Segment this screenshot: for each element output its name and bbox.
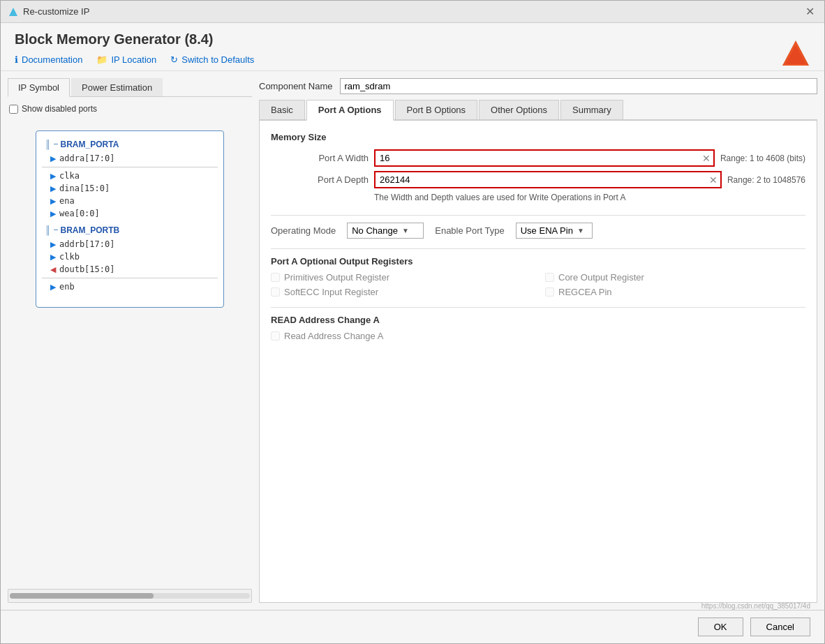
port-name: clka <box>59 171 80 181</box>
close-button[interactable]: ✕ <box>803 5 817 18</box>
primitives-output-register-item: Primitives Output Register <box>271 272 531 283</box>
read-address-change-item: Read Address Change A <box>271 331 805 341</box>
memory-size-title: Memory Size <box>271 132 805 142</box>
read-address-title: READ Address Change A <box>271 315 805 325</box>
port-a-width-input[interactable] <box>376 151 699 165</box>
port-separator <box>42 167 218 167</box>
collapse-icon-portb: ║ <box>45 225 51 235</box>
primitives-output-register-checkbox[interactable] <box>271 273 280 282</box>
tab-power-estimation[interactable]: Power Estimation <box>71 78 163 96</box>
cancel-button[interactable]: Cancel <box>750 617 810 636</box>
switch-defaults-link[interactable]: ↻ Switch to Defaults <box>170 54 254 65</box>
show-disabled-label[interactable]: Show disabled ports <box>22 104 97 114</box>
list-item: ▶ addrb[17:0] <box>42 238 218 250</box>
arrow-icon: ▶ <box>50 253 56 262</box>
toolbar: ℹ Documentation 📁 IP Location ↻ Switch t… <box>15 54 810 65</box>
symbol-area: ║ BRAM_PORTA ▶ addra[17:0] ▶ clka <box>8 117 252 586</box>
port-name: enb <box>59 282 75 292</box>
regcea-pin-checkbox[interactable] <box>545 287 554 297</box>
vivado-icon <box>8 6 19 17</box>
tab-basic[interactable]: Basic <box>259 100 305 119</box>
ip-location-label: IP Location <box>111 54 156 65</box>
port-a-depth-input[interactable] <box>376 172 706 187</box>
port-a-width-clear-button[interactable]: ✕ <box>699 153 713 164</box>
main-title: Block Memory Generator (8.4) <box>15 31 810 47</box>
arrow-left-icon: ◀ <box>50 265 56 274</box>
list-item: ▶ clkb <box>42 250 218 263</box>
divider-1 <box>271 215 805 216</box>
tab-content: Memory Size Port A Width ✕ Range: 1 to 4… <box>259 121 817 603</box>
core-output-register-item: Core Output Register <box>545 272 805 283</box>
arrow-icon: ▶ <box>50 184 56 193</box>
tab-other-options[interactable]: Other Options <box>479 100 559 119</box>
horizontal-scrollbar[interactable] <box>8 589 252 603</box>
output-registers-title: Port A Optional Output Registers <box>271 256 805 267</box>
tab-port-a-options[interactable]: Port A Options <box>306 100 394 121</box>
ip-location-link[interactable]: 📁 IP Location <box>96 54 156 65</box>
tab-ip-symbol[interactable]: IP Symbol <box>8 78 70 97</box>
divider-3 <box>271 307 805 308</box>
show-disabled-checkbox[interactable] <box>9 105 18 114</box>
port-a-depth-label: Port A Depth <box>271 174 369 185</box>
port-name: doutb[15:0] <box>59 264 114 274</box>
list-item: ▶ clka <box>42 170 218 182</box>
clear-icon: ✕ <box>709 174 718 186</box>
port-a-depth-range: Range: 2 to 1048576 <box>727 175 805 185</box>
primitives-output-register-label: Primitives Output Register <box>284 272 389 283</box>
port-name: clkb <box>59 252 80 262</box>
core-output-register-checkbox[interactable] <box>545 273 554 282</box>
svg-marker-0 <box>9 8 17 16</box>
enable-port-type-value: Use ENA Pin <box>521 225 573 236</box>
softecc-input-register-label: SoftECC Input Register <box>284 287 378 297</box>
read-address-change-checkbox[interactable] <box>271 331 280 340</box>
documentation-link[interactable]: ℹ Documentation <box>15 54 82 65</box>
dialog: Re-customize IP ✕ Block Memory Generator… <box>0 0 825 644</box>
collapse-icon-porta: ║ <box>45 140 51 149</box>
close-icon: ✕ <box>805 6 815 17</box>
port-a-depth-field: ✕ <box>374 171 722 188</box>
left-tabs: IP Symbol Power Estimation <box>8 78 252 97</box>
bram-portb-label: BRAM_PORTB <box>61 225 120 235</box>
show-disabled-row: Show disabled ports <box>8 101 252 117</box>
list-item: ▶ dina[15:0] <box>42 182 218 195</box>
bram-porta-label: BRAM_PORTA <box>61 140 119 149</box>
component-name-input[interactable] <box>340 78 818 94</box>
documentation-label: Documentation <box>22 54 82 65</box>
footer: OK Cancel <box>1 610 824 643</box>
softecc-input-register-checkbox[interactable] <box>271 287 280 297</box>
content-area: IP Symbol Power Estimation Show disabled… <box>1 71 824 610</box>
operating-mode-select[interactable]: No Change ▼ <box>347 223 424 239</box>
refresh-icon: ↻ <box>170 54 178 65</box>
divider-2 <box>271 248 805 249</box>
arrow-icon: ▶ <box>50 209 56 218</box>
component-name-label: Component Name <box>259 81 333 91</box>
list-item: ▶ addra[17:0] <box>42 152 218 165</box>
bram-porta-section: ║ BRAM_PORTA ▶ addra[17:0] ▶ clka <box>42 140 218 220</box>
port-a-width-field: ✕ <box>374 149 715 167</box>
dropdown-arrow-icon: ▼ <box>402 227 409 234</box>
port-name: ena <box>59 196 75 206</box>
read-address-section: READ Address Change A Read Address Chang… <box>271 315 805 341</box>
tab-port-b-options[interactable]: Port B Options <box>395 100 478 119</box>
port-a-width-row: Port A Width ✕ Range: 1 to 4608 (bits) <box>271 149 805 167</box>
info-icon: ℹ <box>15 54 18 65</box>
port-separator <box>42 278 218 278</box>
tab-summary[interactable]: Summary <box>560 100 623 119</box>
clear-icon: ✕ <box>702 153 711 164</box>
right-panel: Component Name Basic Port A Options Port… <box>259 78 817 603</box>
note-text: The Width and Depth values are used for … <box>271 193 805 202</box>
enable-port-type-select[interactable]: Use ENA Pin ▼ <box>516 223 593 239</box>
ok-button[interactable]: OK <box>698 617 743 636</box>
list-item: ▶ enb <box>42 280 218 293</box>
svg-marker-3 <box>784 42 808 66</box>
scrollbar-thumb <box>10 593 154 599</box>
watermark: https://blog.csdn.net/qq_385017/4d <box>701 602 810 610</box>
title-bar-left: Re-customize IP <box>8 6 89 17</box>
scrollbar-track <box>10 593 250 599</box>
port-a-depth-clear-button[interactable]: ✕ <box>706 174 720 186</box>
port-name: addra[17:0] <box>59 153 114 163</box>
list-item: ▶ ena <box>42 195 218 207</box>
switch-defaults-label: Switch to Defaults <box>181 54 254 65</box>
component-name-row: Component Name <box>259 78 817 94</box>
port-name: wea[0:0] <box>59 209 100 218</box>
